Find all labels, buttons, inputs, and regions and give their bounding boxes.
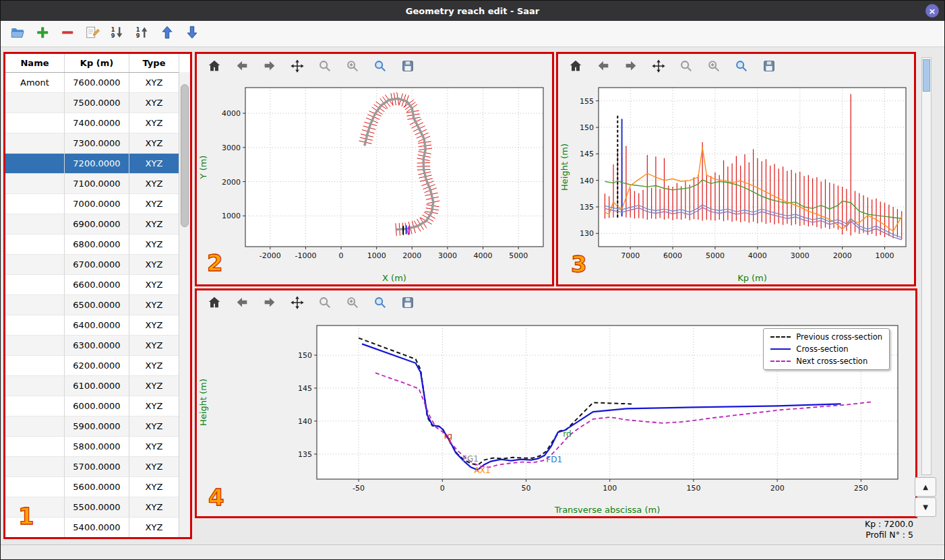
forward-button[interactable] [262,296,278,312]
forward-icon [262,295,277,313]
move-up-icon [160,25,175,42]
pan-button[interactable] [289,296,305,312]
table-row[interactable]: 7500.0000XYZ [5,93,190,113]
sort-ascending-button[interactable]: 19 [133,25,151,42]
svg-text:1000: 1000 [367,251,386,260]
table-row[interactable]: 6600.0000XYZ [5,275,190,295]
back-button[interactable] [234,296,250,312]
table-row[interactable]: 6900.0000XYZ [5,214,190,235]
table-row[interactable]: 6100.0000XYZ [5,376,190,396]
svg-text:-50: -50 [353,484,365,493]
save-button[interactable] [400,59,416,75]
col-type: Type [129,54,179,72]
legend: Previous cross-section Cross-section Nex… [763,328,890,370]
home-button[interactable] [206,296,222,312]
zoom-button[interactable] [317,296,333,312]
back-button[interactable] [595,59,611,75]
table-row[interactable]: 7400.0000XYZ [5,113,190,133]
svg-text:200: 200 [770,484,785,493]
zoom-select-button[interactable] [706,59,722,75]
svg-text:150: 150 [580,123,594,132]
zoom-settings-button[interactable] [372,296,388,312]
col-kp: Kp (m) [65,54,129,72]
cross-section-plot[interactable]: -50050100150200250135140145150rgrdFG1AX1… [197,317,915,516]
save-button[interactable] [400,296,416,312]
table-row[interactable]: 6800.0000XYZ [5,235,190,255]
edit-button[interactable] [84,25,101,42]
zoom-select-button[interactable] [344,296,361,312]
zoom-select-button[interactable] [344,59,361,75]
table-row[interactable]: 6400.0000XYZ [5,315,190,336]
pan-icon [651,59,666,76]
svg-text:130: 130 [580,229,594,238]
table-row[interactable]: 6300.0000XYZ [5,336,190,356]
home-button[interactable] [568,59,584,75]
table-scrollbar-thumb[interactable] [181,84,189,227]
svg-text:5000: 5000 [509,251,528,260]
move-up-button[interactable] [158,25,176,42]
zoom-settings-button[interactable] [733,59,750,75]
svg-text:3000: 3000 [438,251,457,260]
table-row[interactable]: 7200.0000XYZ [5,154,190,174]
zoom-settings-icon [734,59,749,76]
open-button[interactable] [9,25,26,42]
plan-plot[interactable]: -2000-1000010002000300040005000100020003… [197,81,552,284]
vertical-scrollbar[interactable] [921,57,932,475]
pan-button[interactable] [650,59,667,75]
close-button[interactable]: × [925,4,939,18]
table-row[interactable]: 6500.0000XYZ [5,295,190,315]
table-row[interactable]: 6200.0000XYZ [5,356,190,376]
home-button[interactable] [206,59,222,75]
back-icon [596,59,611,76]
svg-text:150: 150 [298,351,312,360]
back-button[interactable] [234,59,250,75]
svg-text:Height (m): Height (m) [198,379,208,426]
table-row[interactable]: 5700.0000XYZ [5,457,190,477]
zoom-settings-button[interactable] [372,59,388,75]
table-row[interactable]: 5900.0000XYZ [5,416,190,437]
table-row[interactable]: 5600.0000XYZ [5,477,190,497]
zoom-select-icon [706,59,721,76]
pan-button[interactable] [289,59,305,75]
svg-text:5000: 5000 [706,251,725,260]
back-icon [235,59,249,76]
sort-ascending-icon: 19 [135,25,150,42]
svg-text:FG1: FG1 [462,454,479,464]
save-icon [400,295,415,313]
forward-button[interactable] [262,59,278,75]
table-row[interactable]: 5800.0000XYZ [5,437,190,457]
move-down-icon [185,25,200,42]
pan-icon [290,59,305,76]
longitudinal-plot[interactable]: 7000600050004000300020001000130135140145… [558,81,914,284]
table-row[interactable]: 7000.0000XYZ [5,194,190,214]
table-row[interactable]: 7100.0000XYZ [5,174,190,194]
remove-button[interactable] [59,25,76,42]
forward-icon [623,59,638,76]
table-scrollbar[interactable] [179,72,190,537]
zoom-icon [679,59,694,76]
zoom-select-icon [345,59,360,76]
svg-text:rd: rd [563,429,571,439]
home-icon [568,59,583,76]
add-button[interactable] [34,25,51,42]
titlebar: Geometry reach edit - Saar × [1,1,944,21]
svg-text:155: 155 [580,97,594,106]
zoom-button[interactable] [317,59,333,75]
save-button[interactable] [761,59,777,75]
profile-down-button[interactable]: ▼ [915,497,936,517]
svg-text:145: 145 [580,150,594,158]
svg-text:6000: 6000 [663,251,682,260]
vertical-scrollbar-thumb[interactable] [923,59,930,92]
table-row[interactable]: 6000.0000XYZ [5,396,190,416]
svg-text:FD1: FD1 [546,455,562,464]
sort-descending-icon: 19 [110,25,125,42]
table-row[interactable]: 6700.0000XYZ [5,255,190,275]
move-down-button[interactable] [183,25,201,42]
svg-text:9: 9 [111,32,115,39]
profile-up-button[interactable]: ▲ [915,477,936,497]
sort-descending-button[interactable]: 19 [109,25,126,42]
forward-button[interactable] [623,59,639,75]
table-row[interactable]: Amont7600.0000XYZ [5,73,190,93]
table-row[interactable]: 7300.0000XYZ [5,133,190,154]
zoom-button[interactable] [678,59,694,75]
